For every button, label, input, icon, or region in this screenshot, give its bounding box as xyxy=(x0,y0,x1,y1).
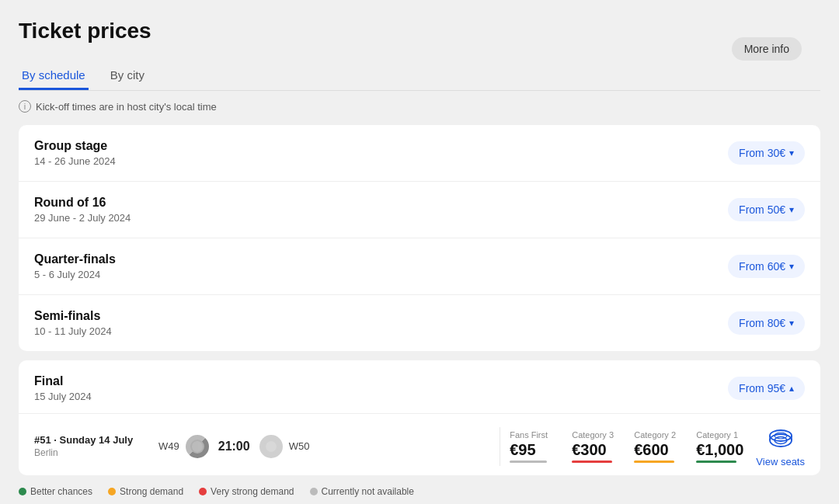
stage-dates-group: 14 - 26 June 2024 xyxy=(34,155,116,167)
svg-point-3 xyxy=(266,441,277,452)
stage-name-group: Group stage xyxy=(34,139,116,153)
stage-dates-sf: 10 - 11 July 2024 xyxy=(34,325,112,337)
stage-name-r16: Round of 16 xyxy=(34,196,131,210)
stage-row-group: Group stage 14 - 26 June 2024 From 30€ ▾ xyxy=(19,125,820,182)
kickoff-note: i Kick-off times are in host city's loca… xyxy=(19,100,820,113)
match-city: Berlin xyxy=(34,447,158,458)
price-cat-cat1: Category 1 €1,000 xyxy=(696,430,743,463)
match-detail-row: #51 · Sunday 14 July Berlin W49 21:00 xyxy=(19,414,820,475)
price-bar-cat3 xyxy=(572,461,612,463)
final-header: Final 15 July 2024 From 95€ ▴ xyxy=(19,360,820,414)
chevron-up-icon: ▴ xyxy=(789,383,794,394)
legend-item-vstrong: Very strong demand xyxy=(199,486,294,497)
stage-dates-qf: 5 - 6 July 2024 xyxy=(34,269,116,280)
price-btn-qf[interactable]: From 60€ ▾ xyxy=(728,255,805,278)
price-btn-group[interactable]: From 30€ ▾ xyxy=(728,141,805,165)
price-btn-r16[interactable]: From 50€ ▾ xyxy=(728,198,805,221)
price-cat-label-cat1: Category 1 xyxy=(696,430,738,440)
price-bar-cat1 xyxy=(696,461,736,463)
stage-name-qf: Quarter-finals xyxy=(34,252,116,266)
price-btn-sf[interactable]: From 80€ ▾ xyxy=(728,311,805,335)
tab-by-city[interactable]: By city xyxy=(107,62,148,90)
tab-by-schedule[interactable]: By schedule xyxy=(19,62,89,90)
price-cat-value-fans-first: €95 xyxy=(510,441,535,459)
price-bar-fans-first xyxy=(510,461,547,463)
price-cat-value-cat2: €600 xyxy=(634,441,669,459)
legend-label-vstrong: Very strong demand xyxy=(211,486,294,497)
price-cat-label-cat3: Category 3 xyxy=(572,430,614,440)
price-cat-fans-first: Fans First €95 xyxy=(510,430,556,463)
tabs-nav: By schedule By city xyxy=(19,62,820,91)
legend-label-better: Better chances xyxy=(30,486,92,497)
stage-dates-final: 15 July 2024 xyxy=(34,391,92,402)
legend-item-strong: Strong demand xyxy=(108,486,183,497)
stage-name-sf: Semi-finals xyxy=(34,309,112,323)
legend-dot-strong xyxy=(108,488,116,495)
match-time: 21:00 xyxy=(218,440,250,454)
page-title: Ticket prices xyxy=(19,19,151,43)
legend: Better chances Strong demand Very strong… xyxy=(19,475,820,497)
price-btn-final[interactable]: From 95€ ▴ xyxy=(728,377,805,400)
price-cat-cat3: Category 3 €300 xyxy=(572,430,618,463)
price-bar-cat2 xyxy=(634,461,674,463)
price-divider xyxy=(500,427,500,466)
svg-point-4 xyxy=(770,434,792,447)
match-teams: W49 21:00 W50 xyxy=(158,435,490,458)
team1-label: W49 xyxy=(158,440,179,452)
price-cat-label-cat2: Category 2 xyxy=(634,430,676,440)
info-icon: i xyxy=(19,100,31,113)
chevron-down-icon: ▾ xyxy=(789,204,794,215)
stage-row-sf: Semi-finals 10 - 11 July 2024 From 80€ ▾ xyxy=(19,295,820,351)
price-cat-label-fans-first: Fans First xyxy=(510,430,548,440)
view-seats-button[interactable]: View seats xyxy=(756,425,805,468)
legend-label-unavail: Currently not available xyxy=(322,486,414,497)
legend-item-unavail: Currently not available xyxy=(310,486,414,497)
price-categories: Fans First €95 Category 3 €300 Category … xyxy=(510,430,743,463)
more-info-button[interactable]: More info xyxy=(732,37,802,61)
stage-dates-r16: 29 June - 2 July 2024 xyxy=(34,212,131,224)
match-number: #51 · Sunday 14 July xyxy=(34,434,158,446)
final-section: Final 15 July 2024 From 95€ ▴ #51 · Sund… xyxy=(19,360,820,475)
legend-item-better: Better chances xyxy=(19,486,92,497)
stage-row-r16: Round of 16 29 June - 2 July 2024 From 5… xyxy=(19,182,820,238)
chevron-down-icon: ▾ xyxy=(789,261,794,272)
chevron-down-icon: ▾ xyxy=(789,148,794,158)
team2-label: W50 xyxy=(289,440,310,452)
svg-point-1 xyxy=(192,441,203,452)
stage-row-qf: Quarter-finals 5 - 6 July 2024 From 60€ … xyxy=(19,238,820,295)
chevron-down-icon: ▾ xyxy=(789,318,794,328)
price-cat-value-cat1: €1,000 xyxy=(696,441,743,459)
price-cat-value-cat3: €300 xyxy=(572,441,607,459)
legend-dot-unavail xyxy=(310,488,318,495)
view-seats-label: View seats xyxy=(756,456,805,468)
price-cat-cat2: Category 2 €600 xyxy=(634,430,681,463)
stages-card: Group stage 14 - 26 June 2024 From 30€ ▾… xyxy=(19,125,820,351)
legend-dot-better xyxy=(19,488,26,495)
match-info: #51 · Sunday 14 July Berlin xyxy=(34,434,158,458)
legend-label-strong: Strong demand xyxy=(120,486,183,497)
legend-dot-vstrong xyxy=(199,488,207,495)
team2-badge xyxy=(259,435,283,458)
stadium-icon xyxy=(767,425,795,453)
stage-name-final: Final xyxy=(34,374,92,388)
team1-badge xyxy=(186,435,209,458)
